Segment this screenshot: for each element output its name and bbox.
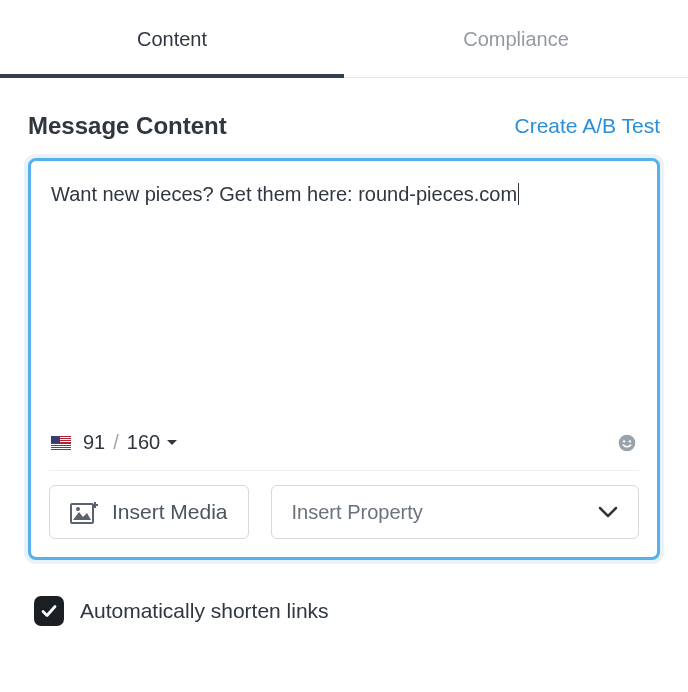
insert-media-button[interactable]: Insert Media (49, 485, 249, 539)
action-row: Insert Media Insert Property (49, 485, 639, 539)
counter-row: 91 / 160 (49, 427, 639, 471)
insert-property-label: Insert Property (292, 501, 423, 524)
chevron-down-icon (598, 505, 618, 519)
svg-point-1 (623, 440, 625, 442)
image-plus-icon (70, 500, 98, 524)
shorten-links-checkbox[interactable] (34, 596, 64, 626)
tab-compliance-label: Compliance (463, 28, 569, 50)
svg-point-4 (76, 507, 80, 511)
check-icon (40, 602, 58, 620)
smiley-icon (617, 433, 637, 453)
svg-rect-3 (71, 504, 93, 523)
shorten-links-label: Automatically shorten links (80, 599, 329, 623)
message-editor: Want new pieces? Get them here: round-pi… (28, 158, 660, 560)
svg-point-2 (629, 440, 631, 442)
page-title: Message Content (28, 112, 227, 140)
tab-compliance[interactable]: Compliance (344, 0, 688, 77)
char-count-separator: / (113, 431, 119, 454)
svg-point-0 (619, 434, 636, 451)
emoji-picker-button[interactable] (617, 433, 637, 453)
message-text: Want new pieces? Get them here: round-pi… (51, 183, 517, 205)
panel-header: Message Content Create A/B Test (28, 112, 660, 140)
tab-content[interactable]: Content (0, 0, 344, 77)
char-counter[interactable]: 91 / 160 (83, 431, 178, 454)
shorten-links-option: Automatically shorten links (28, 560, 660, 636)
us-flag-icon[interactable] (51, 436, 71, 450)
char-count-current: 91 (83, 431, 105, 454)
caret-down-icon (166, 438, 178, 448)
create-ab-test-link[interactable]: Create A/B Test (514, 114, 660, 138)
tab-content-label: Content (137, 28, 207, 50)
tabs: Content Compliance (0, 0, 688, 78)
text-cursor (518, 183, 519, 205)
char-count-max: 160 (127, 431, 160, 454)
message-textarea[interactable]: Want new pieces? Get them here: round-pi… (49, 177, 639, 427)
insert-media-label: Insert Media (112, 500, 228, 524)
counter-left: 91 / 160 (51, 431, 178, 454)
content-panel: Message Content Create A/B Test Want new… (0, 78, 688, 646)
insert-property-select[interactable]: Insert Property (271, 485, 639, 539)
